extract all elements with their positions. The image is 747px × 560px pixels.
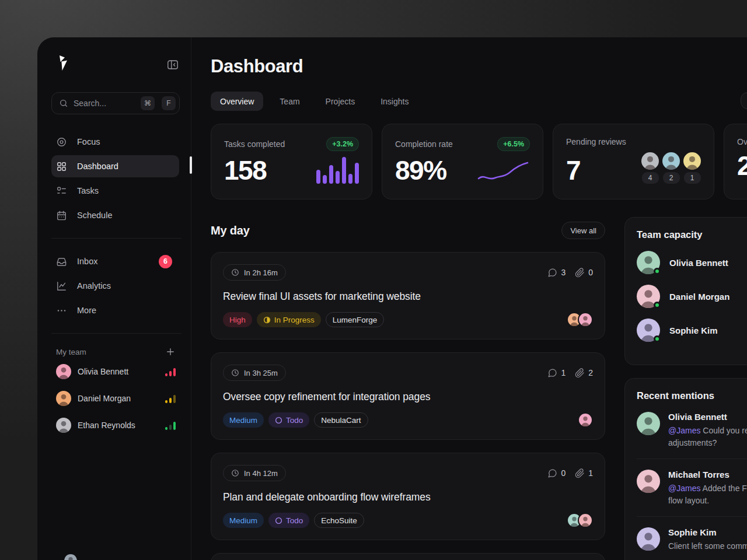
avatar: [578, 312, 593, 327]
team-member-row[interactable]: Ethan Reynolds: [51, 413, 179, 438]
sidebar-divider: [51, 333, 181, 334]
capacity-member-row[interactable]: Daniel Morgan: [637, 285, 747, 308]
assignee-avatars: [567, 513, 593, 528]
app-logo-bolt-icon: [55, 55, 70, 71]
status-badge: Todo: [268, 513, 309, 528]
sidebar-primary-nav: Focus Dashboard Tasks Schedule: [51, 131, 179, 226]
tab-team[interactable]: Team: [270, 92, 309, 111]
sidebar-item-label: Schedule: [77, 211, 112, 220]
capacity-member-name: Olivia Bennett: [669, 258, 728, 268]
stat-label: Pending reviews: [566, 137, 626, 146]
avatar: [56, 391, 71, 406]
review-count-badge: 2: [663, 172, 680, 184]
task-card[interactable]: In 2h 16m 3 0 Review final UI assets for…: [211, 252, 605, 340]
tab-overview[interactable]: Overview: [211, 92, 263, 111]
mention-item[interactable]: Michael Torres @James Added the Fiflow l…: [637, 470, 747, 507]
mention-divider: [637, 516, 747, 517]
mention-text: @James Added the Fiflow layout.: [668, 482, 747, 507]
recent-mentions-title: Recent mentions: [637, 390, 747, 401]
online-status-dot: [654, 335, 661, 342]
team-member-row[interactable]: Daniel Morgan: [51, 386, 179, 411]
calendar-icon: [56, 210, 67, 221]
sidebar-item-analytics[interactable]: Analytics: [51, 275, 179, 297]
sidebar-item-schedule[interactable]: Schedule: [51, 204, 179, 226]
capacity-member-row[interactable]: Sophie Kim: [637, 318, 747, 342]
sidebar-item-inbox[interactable]: Inbox 6: [51, 250, 179, 272]
user-avatar[interactable]: [64, 554, 77, 560]
add-team-member-icon[interactable]: [165, 346, 176, 357]
mention-text: Client left some comm: [668, 540, 747, 552]
stat-card-pending-reviews: Pending reviews 7 4: [553, 124, 714, 200]
task-card[interactable]: In 3h 25m 1 2 Oversee copy refinement fo…: [211, 352, 605, 440]
member-activity-sparkline: [165, 368, 176, 376]
focus-target-icon: [56, 136, 67, 148]
due-pill: In 2h 16m: [223, 264, 286, 281]
tab-projects[interactable]: Projects: [316, 92, 365, 111]
stat-label: Completion rate: [395, 139, 453, 149]
todo-circle-icon: [275, 517, 282, 524]
in-progress-icon: [263, 316, 271, 324]
mention-item[interactable]: Sophie Kim Client left some comm: [637, 527, 747, 552]
page-title: Dashboard: [211, 56, 747, 77]
sidebar-divider: [51, 238, 181, 239]
online-status-dot: [654, 302, 661, 309]
app-window: Search... ⌘ F Focus Dashboard T: [37, 37, 747, 560]
stat-card-tasks-completed: Tasks completed +3.2% 158: [211, 124, 372, 200]
view-all-button[interactable]: View all: [561, 222, 605, 239]
grid-icon: [56, 161, 67, 172]
stats-row: Tasks completed +3.2% 158 Completion rat…: [211, 124, 747, 200]
attachment-count: 1: [588, 468, 593, 478]
priority-badge: High: [223, 312, 252, 327]
sidebar-item-more[interactable]: More: [51, 299, 179, 321]
stat-value: 89%: [395, 157, 446, 184]
sidebar-secondary-nav: Inbox 6 Analytics More: [51, 250, 179, 321]
member-activity-sparkline: [165, 394, 176, 403]
right-panel: Team capacity Olivia Bennett Daniel Morg…: [624, 217, 747, 560]
online-status-dot: [654, 268, 661, 275]
priority-badge: Medium: [223, 513, 264, 528]
capacity-member-name: Sophie Kim: [669, 326, 718, 335]
tab-insights[interactable]: Insights: [371, 92, 418, 111]
sidebar: Search... ⌘ F Focus Dashboard T: [37, 37, 191, 560]
avatar: [578, 412, 593, 428]
line-chart-icon: [56, 281, 67, 292]
mention-author: Michael Torres: [668, 470, 747, 480]
sidebar-item-tasks[interactable]: Tasks: [51, 180, 179, 202]
stat-value: 158: [224, 157, 266, 184]
clock-icon: [231, 268, 239, 276]
capacity-member-name: Daniel Morgan: [669, 292, 729, 302]
reviewer-avatar-stack: 4 2 1: [641, 152, 701, 184]
team-member-row[interactable]: Olivia Bennett: [51, 359, 179, 384]
sidebar-item-label: Inbox: [77, 257, 97, 266]
sidebar-item-dashboard[interactable]: Dashboard: [51, 155, 179, 177]
sidebar-item-label: More: [77, 306, 96, 315]
avatar: [641, 152, 659, 170]
task-card[interactable]: No due date 0 0: [211, 553, 605, 560]
mention-author: Sophie Kim: [668, 527, 747, 537]
comment-icon: [547, 368, 557, 378]
search-icon: [59, 99, 68, 108]
task-card[interactable]: In 4h 12m 0 1 Plan and delegate onboardi…: [211, 453, 605, 540]
todo-circle-icon: [275, 416, 282, 424]
avatar: [637, 412, 660, 435]
mention-item[interactable]: Olivia Bennett @James Could you readjust…: [637, 412, 747, 449]
due-pill: In 4h 12m: [223, 465, 286, 481]
sidebar-collapse-icon[interactable]: [166, 58, 179, 71]
due-pill: In 3h 25m: [223, 365, 286, 381]
bar-sparkline-chart: [316, 157, 359, 184]
comment-count: 3: [561, 268, 566, 277]
comment-icon: [547, 268, 557, 278]
sidebar-item-label: Dashboard: [77, 162, 118, 171]
stat-label: Overdue: [737, 137, 747, 146]
attachment-icon: [575, 268, 585, 278]
attachment-count: 2: [588, 368, 593, 377]
sidebar-item-focus[interactable]: Focus: [51, 131, 179, 153]
attachment-icon: [575, 368, 585, 378]
avatar: [578, 513, 593, 528]
status-badge: Todo: [268, 412, 309, 428]
stat-value: 2: [737, 152, 747, 179]
capacity-member-row[interactable]: Olivia Bennett: [637, 251, 747, 274]
inbox-unread-badge: 6: [159, 255, 172, 268]
attachment-count: 0: [588, 268, 593, 277]
search-input[interactable]: Search... ⌘ F: [51, 92, 180, 114]
